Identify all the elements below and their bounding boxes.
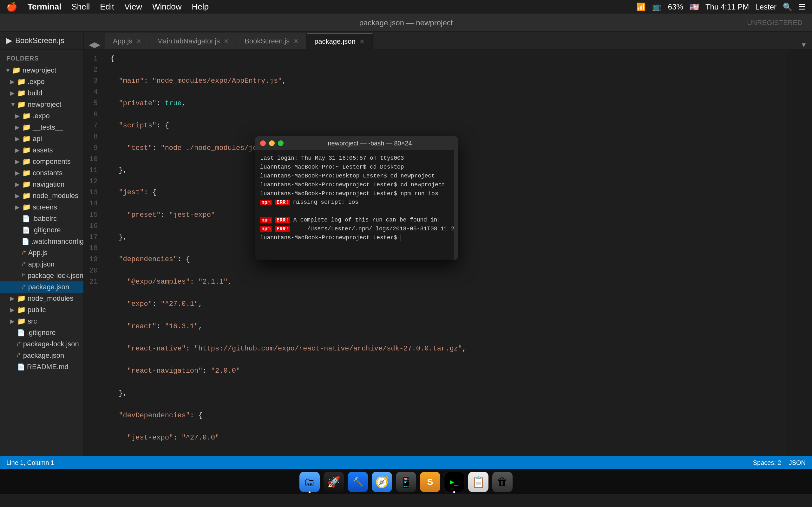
term-error-line: npm ERR! missing script: ios bbox=[260, 198, 449, 207]
spaces-indicator: Spaces: 2 bbox=[753, 459, 781, 466]
control-center-icon[interactable]: ☰ bbox=[799, 3, 806, 11]
terminal-titlebar: newproject — -bash — 80×24 bbox=[255, 136, 458, 150]
nav-arrows[interactable]: ◀▶ bbox=[84, 40, 105, 49]
terminal-scrollbar[interactable] bbox=[454, 150, 458, 260]
tree-item-api[interactable]: ▶ 📁 api bbox=[0, 133, 84, 145]
search-icon[interactable]: 🔍 bbox=[783, 3, 792, 11]
dock-item-rocket[interactable]: 🚀 bbox=[323, 472, 344, 492]
json-badge: /* bbox=[17, 341, 20, 347]
tree-item-node-modules-outer[interactable]: ▶ 📁 node_modules bbox=[0, 293, 84, 304]
tree-item-build[interactable]: ▶ 📁 build bbox=[0, 88, 84, 99]
menu-window[interactable]: Window bbox=[152, 2, 182, 12]
tree-item-newproject-inner[interactable]: ▼ 📁 newproject bbox=[0, 99, 84, 110]
tab-maintabnavigator[interactable]: MainTabNavigator.js ✕ bbox=[149, 33, 237, 49]
tree-item-newproject-root[interactable]: ▼ 📁 newproject bbox=[0, 65, 84, 76]
chevron-right-icon: ▶ bbox=[15, 158, 20, 165]
terminal-window[interactable]: newproject — -bash — 80×24 Last login: T… bbox=[255, 136, 458, 260]
folders-label: FOLDERS bbox=[0, 50, 84, 65]
dock-item-filemanager[interactable]: 📋 bbox=[468, 472, 489, 492]
chevron-right-icon: ▶ bbox=[15, 181, 20, 188]
dock-item-finder[interactable]: 🗂 bbox=[299, 472, 320, 492]
term-prompt-line: luanntans-MacBook-Pro:newproject Lester$ bbox=[260, 233, 449, 242]
window-title: package.json — newproject bbox=[359, 18, 453, 27]
keyboard-flag[interactable]: 🇺🇸 bbox=[690, 3, 699, 11]
folder-icon: 📁 bbox=[22, 203, 31, 211]
dock-item-simulator[interactable]: 📱 bbox=[396, 472, 416, 492]
tree-item-node-modules-inner[interactable]: ▶ 📁 node_modules bbox=[0, 190, 84, 202]
tree-item-public[interactable]: ▶ 📁 public bbox=[0, 304, 84, 316]
tree-item-constants[interactable]: ▶ 📁 constants bbox=[0, 167, 84, 179]
tab-packagejson[interactable]: package.json ✕ bbox=[307, 33, 373, 49]
tree-item-babelrc[interactable]: ▶ 📄 .babelrc bbox=[0, 213, 84, 224]
menu-terminal[interactable]: Terminal bbox=[28, 2, 61, 12]
tree-item-screens[interactable]: ▶ 📁 screens bbox=[0, 202, 84, 213]
tree-label: node_modules bbox=[33, 192, 78, 200]
tab-appjs[interactable]: App.js ✕ bbox=[105, 33, 149, 49]
chevron-right-icon: ▶ bbox=[10, 78, 15, 85]
sidebar-open-file[interactable]: ▶ BookScreen.js bbox=[0, 32, 84, 50]
clock: Thu 4:11 PM bbox=[705, 3, 749, 11]
tree-item-gitignore-inner[interactable]: ▶ 📄 .gitignore bbox=[0, 224, 84, 236]
tab-close-appjs[interactable]: ✕ bbox=[136, 38, 142, 45]
terminal-close-button[interactable] bbox=[260, 140, 266, 146]
menu-view[interactable]: View bbox=[124, 2, 142, 12]
tree-item-assets[interactable]: ▶ 📁 assets bbox=[0, 145, 84, 156]
tree-item-watchmanconfig[interactable]: ▶ 📄 .watchmanconfig bbox=[0, 236, 84, 247]
tab-close-packagejson[interactable]: ✕ bbox=[359, 38, 365, 45]
folder-icon: 📁 bbox=[17, 317, 26, 326]
bookscreen-filename: BookScreen.js bbox=[15, 36, 64, 45]
tree-item-package-json-outer[interactable]: ▶ /* package.json bbox=[0, 350, 84, 361]
dock-item-trash[interactable]: 🗑 bbox=[492, 472, 513, 492]
dock-item-terminal[interactable]: ▶_ bbox=[444, 472, 464, 492]
term-line: luanntans-MacBook-Pro:~ Lester$ cd Deskt… bbox=[260, 163, 449, 172]
menu-shell[interactable]: Shell bbox=[71, 2, 90, 12]
folder-icon: 📁 bbox=[22, 192, 31, 200]
tab-label: package.json bbox=[314, 38, 356, 46]
tree-label: assets bbox=[33, 146, 53, 154]
dock-item-xcode[interactable]: 🔨 bbox=[348, 472, 368, 492]
dock-item-sublime[interactable]: S bbox=[420, 472, 440, 492]
terminal-text[interactable]: Last login: Thu May 31 16:05:57 on ttys0… bbox=[255, 150, 454, 260]
wifi-icon[interactable]: 📶 bbox=[636, 3, 646, 11]
tree-item-expo-inner[interactable]: ▶ 📁 .expo bbox=[0, 110, 84, 122]
tree-item-appjson-inner[interactable]: ▶ /* app.json bbox=[0, 259, 84, 270]
tree-item-package-json-inner[interactable]: ▶ /* package.json bbox=[0, 281, 84, 293]
apple-menu[interactable]: 🍎 bbox=[6, 2, 17, 12]
tree-item-package-lock-outer[interactable]: ▶ /* package-lock.json bbox=[0, 338, 84, 350]
tree-item-package-lock-inner[interactable]: ▶ /* package-lock.json bbox=[0, 270, 84, 281]
tree-item-src[interactable]: ▶ 📁 src bbox=[0, 316, 84, 327]
tree-item-appjs-inner[interactable]: ▶ /* App.js bbox=[0, 247, 84, 259]
dock-item-safari[interactable]: 🧭 bbox=[372, 472, 392, 492]
tree-item-tests[interactable]: ▶ 📁 __tests__ bbox=[0, 122, 84, 133]
tree-item-components[interactable]: ▶ 📁 components bbox=[0, 156, 84, 167]
language-indicator[interactable]: JSON bbox=[789, 459, 806, 466]
chevron-right-icon: ▶ bbox=[15, 147, 20, 154]
tree-item-expo-root[interactable]: ▶ 📁 .expo bbox=[0, 76, 84, 88]
username: Lester bbox=[755, 3, 776, 11]
airplay-icon[interactable]: 📺 bbox=[652, 3, 662, 11]
statusbar: Line 1, Column 1 Spaces: 2 JSON bbox=[0, 456, 812, 469]
tree-label: app.json bbox=[28, 260, 55, 268]
menu-help[interactable]: Help bbox=[192, 2, 208, 12]
tree-item-readme[interactable]: ▶ 📄 README.md bbox=[0, 361, 84, 373]
safari-icon: 🧭 bbox=[375, 475, 389, 488]
tree-item-navigation[interactable]: ▶ 📁 navigation bbox=[0, 179, 84, 190]
file-icon: 📄 bbox=[22, 215, 30, 222]
line-numbers: 12345 678910 1112131415 1617181920 21 bbox=[84, 49, 103, 456]
trash-icon: 🗑 bbox=[497, 475, 508, 488]
terminal-maximize-button[interactable] bbox=[278, 140, 284, 146]
tree-item-gitignore-outer[interactable]: ▶ 📄 .gitignore bbox=[0, 327, 84, 338]
terminal-body[interactable]: Last login: Thu May 31 16:05:57 on ttys0… bbox=[255, 150, 458, 260]
tab-bookscreen[interactable]: BookScreen.js ✕ bbox=[237, 33, 307, 49]
tree-label: package-lock.json bbox=[28, 272, 84, 280]
term-line: luanntans-MacBook-Pro:Desktop Lester$ cd… bbox=[260, 172, 449, 181]
term-line: luanntans-MacBook-Pro:newproject Lester$… bbox=[260, 181, 449, 189]
tabs-overflow-button[interactable]: ▾ bbox=[796, 40, 812, 49]
tab-close-bookscreen[interactable]: ✕ bbox=[293, 38, 299, 45]
menu-edit[interactable]: Edit bbox=[100, 2, 114, 12]
tree-label: .gitignore bbox=[32, 226, 61, 234]
terminal-minimize-button[interactable] bbox=[269, 140, 275, 146]
editor-area: ◀▶ App.js ✕ MainTabNavigator.js ✕ BookSc… bbox=[84, 32, 812, 456]
tab-close-maintab[interactable]: ✕ bbox=[223, 38, 229, 45]
tree-label: src bbox=[28, 317, 37, 326]
